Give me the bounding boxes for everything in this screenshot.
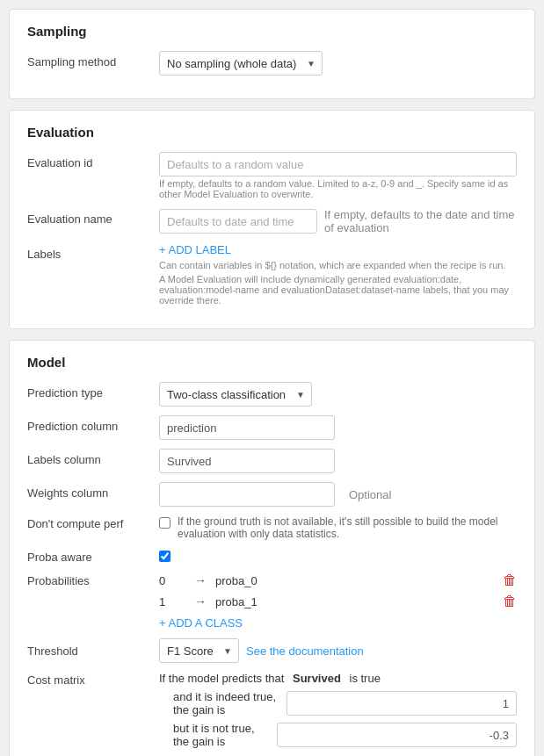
proba-value-0: 0: [159, 574, 185, 587]
proba-aware-label: Proba aware: [27, 549, 159, 564]
see-documentation-link[interactable]: See the documentation: [246, 644, 364, 658]
cost-matrix-row: Cost matrix If the model predicts that S…: [27, 672, 517, 756]
eval-labels-hint2: A Model Evaluation will include dynamica…: [159, 274, 517, 306]
sampling-title: Sampling: [27, 24, 517, 39]
prediction-column-label: Prediction column: [27, 415, 159, 433]
prediction-column-input[interactable]: [159, 415, 335, 440]
eval-name-control: If empty, defaults to the date and time …: [159, 208, 517, 234]
proba-value-1: 1: [159, 595, 185, 608]
add-class-button[interactable]: + ADD A CLASS: [159, 616, 243, 630]
arrow-icon-1: →: [194, 594, 207, 608]
proba-aware-row: Proba aware: [27, 549, 517, 564]
cost-survived-true-input1[interactable]: [287, 691, 517, 716]
cost-matrix-label: Cost matrix: [27, 672, 159, 687]
cost-survived-true-prefix2: and it is indeed true, the gain is: [173, 690, 276, 716]
add-label-button[interactable]: + ADD LABEL: [159, 243, 231, 256]
sampling-method-select-wrapper[interactable]: No sampling (whole data): [159, 51, 323, 76]
cost-matrix-block: If the model predicts that Survived is t…: [159, 672, 517, 756]
labels-column-label: Labels column: [27, 449, 159, 466]
prediction-type-select[interactable]: Two-class classification: [159, 382, 312, 407]
threshold-row: Threshold F1 Score See the documentation: [27, 638, 517, 663]
model-card: Model Prediction type Two-class classifi…: [9, 340, 535, 756]
proba-name-1: proba_1: [215, 595, 497, 608]
eval-labels-label: Labels: [27, 243, 159, 261]
sampling-method-select[interactable]: No sampling (whole data): [159, 51, 323, 76]
labels-column-control: [159, 449, 517, 473]
labels-column-row: Labels column: [27, 449, 517, 473]
labels-column-input[interactable]: [159, 449, 335, 473]
sampling-card: Sampling Sampling method No sampling (wh…: [9, 9, 535, 99]
weights-column-label: Weights column: [27, 482, 159, 500]
weights-column-input[interactable]: [159, 482, 335, 507]
prediction-type-row: Prediction type Two-class classification: [27, 382, 517, 407]
dont-compute-hint: If the ground truth is not available, it…: [178, 515, 517, 540]
cost-survived-true-suffix1: is true: [350, 672, 381, 685]
eval-name-input[interactable]: [159, 209, 317, 234]
delete-proba-0-icon[interactable]: 🗑: [503, 572, 517, 588]
proba-item-1: 1 → proba_1 🗑: [159, 594, 517, 609]
evaluation-card: Evaluation Evaluation id If empty, defau…: [9, 110, 535, 329]
sampling-method-label: Sampling method: [27, 51, 159, 68]
threshold-select[interactable]: F1 Score: [159, 638, 239, 663]
eval-name-label: Evaluation name: [27, 208, 159, 226]
eval-id-label: Evaluation id: [27, 152, 159, 169]
dont-compute-row: Don't compute perf If the ground truth i…: [27, 515, 517, 540]
cost-survived-true-line2: and it is indeed true, the gain is: [159, 690, 517, 716]
delete-proba-1-icon[interactable]: 🗑: [503, 594, 517, 609]
arrow-icon-0: →: [194, 573, 207, 587]
threshold-control: F1 Score See the documentation: [159, 638, 364, 663]
sampling-method-control: No sampling (whole data): [159, 51, 517, 76]
eval-name-hint: If empty, defaults to the date and time …: [324, 208, 517, 234]
weights-column-row: Weights column Optional: [27, 482, 517, 507]
proba-item-0: 0 → proba_0 🗑: [159, 572, 517, 588]
threshold-select-wrapper[interactable]: F1 Score: [159, 638, 239, 663]
proba-aware-control: [159, 549, 517, 562]
cost-survived-true-bold1: Survived: [289, 672, 344, 685]
threshold-label: Threshold: [27, 644, 159, 658]
probabilities-label: Probabilities: [27, 572, 159, 587]
proba-list: 0 → proba_0 🗑 1 → proba_1 🗑 + ADD A CLAS…: [159, 572, 517, 630]
cost-survived-true-line1: If the model predicts that Survived is t…: [159, 672, 517, 685]
dont-compute-control: If the ground truth is not available, it…: [159, 515, 517, 540]
eval-name-row: Evaluation name If empty, defaults to th…: [27, 208, 517, 234]
proba-name-0: proba_0: [215, 574, 497, 587]
dont-compute-label: Don't compute perf: [27, 515, 159, 530]
sampling-method-row: Sampling method No sampling (whole data): [27, 51, 517, 76]
weights-column-control: Optional: [159, 482, 517, 507]
eval-id-row: Evaluation id If empty, defaults to a ra…: [27, 152, 517, 199]
model-title: Model: [27, 355, 517, 370]
dont-compute-checkbox[interactable]: [159, 517, 170, 529]
cost-survived-true-prefix3: but it is not true, the gain is: [173, 722, 266, 748]
eval-id-control: If empty, defaults to a random value. Li…: [159, 152, 517, 199]
cost-survived-true-line3: but it is not true, the gain is: [159, 722, 517, 748]
prediction-column-control: [159, 415, 517, 440]
eval-labels-hint1: Can contain variables in ${} notation, w…: [159, 260, 517, 270]
cost-survived-true-prefix1: If the model predicts that: [159, 672, 284, 685]
prediction-type-label: Prediction type: [27, 382, 159, 400]
probabilities-row: Probabilities 0 → proba_0 🗑 1 → proba_1 …: [27, 572, 517, 630]
eval-id-hint: If empty, defaults to a random value. Li…: [159, 178, 517, 199]
eval-id-input[interactable]: [159, 152, 517, 176]
weights-optional-hint: Optional: [349, 488, 391, 501]
eval-labels-control: + ADD LABEL Can contain variables in ${}…: [159, 243, 517, 306]
prediction-type-select-wrapper[interactable]: Two-class classification: [159, 382, 312, 407]
prediction-column-row: Prediction column: [27, 415, 517, 440]
prediction-type-control: Two-class classification: [159, 382, 517, 407]
proba-aware-checkbox[interactable]: [159, 551, 170, 562]
eval-labels-row: Labels + ADD LABEL Can contain variables…: [27, 243, 517, 306]
cost-survived-true-input2[interactable]: [277, 723, 517, 747]
evaluation-title: Evaluation: [27, 125, 517, 140]
